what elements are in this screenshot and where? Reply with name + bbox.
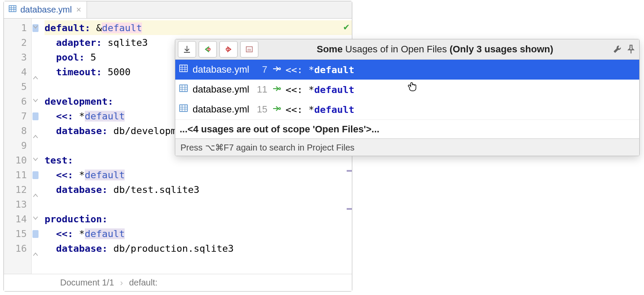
checkmark-icon: ✔ [344, 21, 349, 32]
usage-file: database.yml [193, 84, 249, 95]
pin-icon[interactable] [625, 44, 637, 55]
line-number: 13 [4, 197, 31, 212]
scrollbar-mark [347, 170, 352, 172]
usage-row[interactable]: database.yml7<<: *default [175, 60, 639, 80]
code-line[interactable]: <<: *default [45, 167, 352, 182]
merge-arrow-icon [272, 84, 281, 95]
line-number: 14 [4, 212, 31, 226]
code-line[interactable]: default: &default [45, 20, 352, 35]
line-number: 8 [4, 123, 31, 138]
merge-arrow-icon [272, 104, 281, 115]
line-number: 4 [4, 64, 31, 79]
line-number: 7 [4, 109, 31, 123]
scope-note[interactable]: ...<4 usages are out of scope 'Open File… [175, 119, 639, 138]
fold-highlight [32, 112, 39, 120]
svg-rect-16 [180, 85, 187, 91]
line-number: 1 [4, 20, 31, 35]
line-number: 3 [4, 50, 31, 64]
line-number: 16 [4, 241, 31, 256]
fold-toggle-icon[interactable] [32, 95, 39, 101]
line-number: 2 [4, 35, 31, 50]
fold-column [32, 19, 45, 274]
usage-file: database.yml [193, 64, 249, 75]
line-number: 10 [4, 153, 31, 167]
usage-list: database.yml7<<: *defaultdatabase.yml11<… [175, 60, 639, 119]
usage-row[interactable]: database.yml15<<: *default [175, 99, 639, 119]
tab-filename: database.yml [20, 5, 72, 15]
usages-popup: m Some Usages of in Open Files (Only 3 u… [175, 39, 640, 156]
code-line[interactable] [45, 197, 352, 212]
svg-point-7 [226, 48, 229, 51]
usage-line: 15 [254, 104, 267, 115]
fold-toggle-icon[interactable] [32, 212, 39, 218]
fold-highlight [32, 171, 39, 179]
fold-end-icon [32, 249, 39, 255]
table-file-icon [179, 83, 188, 96]
line-number: 12 [4, 182, 31, 197]
popup-title: Some Usages of in Open Files (Only 3 usa… [261, 44, 609, 55]
code-line[interactable]: database: db/test.sqlite3 [45, 182, 352, 197]
editor-tab[interactable]: database.yml × [4, 1, 87, 18]
fold-end-icon [32, 190, 39, 196]
fold-toggle-icon[interactable] [32, 154, 39, 160]
fold-end-icon [32, 72, 39, 78]
usage-file: database.yml [193, 104, 249, 115]
line-number: 15 [4, 226, 31, 241]
svg-point-21 [279, 88, 280, 90]
breadcrumb-doc[interactable]: Document 1/1 [60, 278, 114, 288]
popup-toolbar: m Some Usages of in Open Files (Only 3 u… [175, 39, 639, 60]
fold-end-icon [32, 131, 39, 137]
line-number: 5 [4, 79, 31, 94]
usage-snippet: <<: *default [286, 84, 354, 95]
svg-point-6 [208, 48, 210, 51]
chevron-right-icon: › [120, 278, 123, 288]
code-line[interactable]: database: db/production.sqlite3 [45, 241, 352, 256]
next-usage-button[interactable] [219, 41, 238, 58]
svg-rect-22 [180, 105, 187, 111]
table-file-icon [179, 64, 188, 76]
line-number: 9 [4, 138, 31, 153]
fold-toggle-icon[interactable] [32, 21, 39, 27]
breadcrumb-bar: Document 1/1 › default: [4, 274, 352, 291]
prev-usage-button[interactable] [199, 41, 217, 58]
table-file-icon [179, 103, 188, 115]
svg-point-15 [279, 68, 280, 70]
line-number-gutter: 12345678910111213141516 [4, 19, 32, 274]
merge-arrow-icon [272, 64, 281, 75]
jump-to-source-button[interactable] [178, 41, 196, 58]
line-number: 6 [4, 94, 31, 109]
svg-text:m: m [248, 47, 251, 52]
code-line[interactable]: <<: *default [45, 226, 352, 241]
svg-point-27 [279, 108, 280, 109]
usage-line: 11 [254, 84, 267, 95]
wrench-icon[interactable] [612, 44, 623, 55]
code-line[interactable]: production: [45, 212, 352, 226]
close-icon[interactable]: × [75, 5, 82, 15]
scrollbar-mark [347, 208, 352, 210]
svg-rect-0 [9, 6, 16, 12]
fold-highlight [32, 230, 39, 238]
usage-line: 7 [254, 64, 267, 75]
usage-snippet: <<: *default [286, 104, 354, 115]
usage-snippet: <<: *default [286, 64, 354, 75]
table-file-icon [8, 4, 17, 16]
method-filter-button[interactable]: m [240, 41, 258, 58]
line-number: 11 [4, 167, 31, 182]
usage-row[interactable]: database.yml11<<: *default [175, 80, 639, 99]
svg-rect-10 [180, 65, 187, 71]
tab-bar: database.yml × [4, 1, 352, 19]
breadcrumb-path[interactable]: default: [129, 278, 158, 288]
popup-hint: Press ⌥⌘F7 again to search in Project Fi… [175, 138, 639, 156]
